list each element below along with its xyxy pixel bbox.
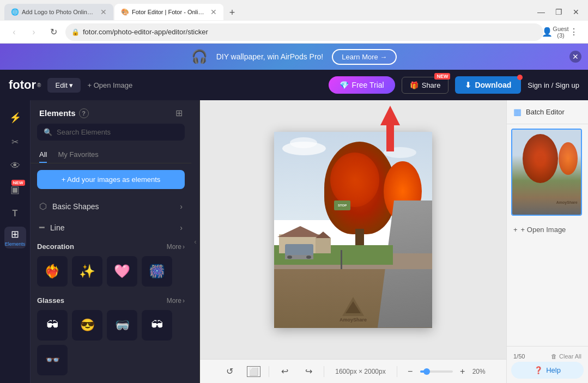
zoom-out-button[interactable]: −: [404, 365, 417, 378]
trash-icon: 🗑: [551, 353, 557, 360]
section-header-glasses: Glasses More ›: [37, 296, 185, 305]
eye-icon: 👁: [10, 160, 20, 172]
free-trial-button[interactable]: 💎 Free Trial: [329, 76, 395, 94]
line-category[interactable]: ━ Line ›: [37, 217, 185, 238]
maximize-button[interactable]: ❐: [551, 4, 566, 20]
tab1-title: Add Logo to Photo Online for...: [22, 9, 95, 15]
deco-item-4[interactable]: 🎆: [142, 256, 172, 287]
clear-all-button[interactable]: 🗑 Clear All: [551, 353, 581, 360]
deco-item-2[interactable]: ✨: [72, 256, 102, 287]
counter-row: 1/50 🗑 Clear All: [511, 351, 584, 362]
address-bar[interactable]: 🔒 fotor.com/photo-editor-app/editor/stic…: [65, 23, 543, 41]
basic-shapes-arrow: ›: [180, 202, 183, 211]
plus-icon: +: [513, 226, 518, 234]
zoom-slider-track[interactable]: [420, 370, 453, 373]
tab1-favicon: 🌐: [11, 8, 19, 16]
main-layout: ⚡ ✂ 👁 ▣ NEW T ⊞ Elements: [0, 100, 588, 383]
open-image-panel-button[interactable]: + + Open Image: [507, 220, 588, 239]
browser-tab-2[interactable]: 🎨 Fotor Editor | Fotor - Online... ✕: [114, 4, 223, 20]
batch-editor-label: Batch Editor: [526, 108, 565, 116]
deco-item-3[interactable]: 🩷: [107, 256, 137, 287]
flip-button[interactable]: ⬜: [245, 363, 262, 380]
zoom-slider-thumb[interactable]: [423, 368, 430, 375]
share-new-badge: NEW: [434, 73, 450, 80]
deco-item-1[interactable]: ❤️‍🔥: [37, 256, 68, 287]
download-button[interactable]: ⬇ Download: [455, 76, 521, 94]
back-button[interactable]: ‹: [7, 25, 22, 40]
search-input[interactable]: [57, 128, 178, 136]
elements-grid-icon: ⊞: [11, 228, 19, 240]
edit-button[interactable]: Edit ▾: [47, 78, 81, 93]
line-arrow: ›: [180, 223, 183, 232]
banner-close-button[interactable]: ✕: [569, 51, 581, 63]
address-url: fotor.com/photo-editor-app/editor/sticke…: [83, 28, 208, 36]
right-panel-bottom: 1/50 🗑 Clear All ❓ Help: [507, 346, 588, 383]
sidebar-item-text[interactable]: T: [4, 203, 26, 224]
app-header: fotor® Edit ▾ + Open Image 💎 Free Trial …: [0, 70, 588, 100]
decoration-title: Decoration: [37, 242, 74, 251]
glasses-item-4[interactable]: 🕶: [142, 310, 172, 341]
arrow-head-icon: [380, 106, 400, 125]
panel-grid-button[interactable]: ⊞: [175, 108, 183, 118]
sidebar-item-crop[interactable]: ✂: [4, 131, 26, 153]
line-icon: ━: [39, 222, 45, 233]
canvas-zoom-control: − + 20%: [404, 365, 486, 378]
add-elements-button[interactable]: + Add your images as elements: [37, 170, 185, 189]
counter-value: 1/50: [513, 353, 525, 360]
thumbnail-container: AmoyShare: [507, 124, 588, 220]
elements-panel: Elements ? ⊞ 🔍 All My Favorites + Add yo…: [31, 100, 191, 383]
zoom-in-button[interactable]: +: [456, 365, 469, 378]
download-arrow: [380, 106, 400, 151]
tab1-close[interactable]: ✕: [100, 8, 107, 16]
sidebar-item-elements[interactable]: ⊞ Elements: [4, 227, 26, 248]
canvas-separator-2: [324, 366, 324, 377]
menu-button[interactable]: ⋮: [566, 25, 581, 40]
sidebar-item-layers[interactable]: ▣ NEW: [4, 179, 26, 200]
profile-button[interactable]: 👤 Guest (3): [548, 25, 563, 40]
glasses-title: Glasses: [37, 296, 64, 305]
category-left: ⬡ Basic Shapes: [39, 201, 99, 211]
minimize-button[interactable]: —: [534, 4, 549, 20]
tab2-favicon: 🎨: [121, 8, 129, 16]
new-tab-button[interactable]: +: [225, 5, 240, 20]
batch-editor-button[interactable]: ▦ Batch Editor: [507, 100, 588, 124]
tab-all[interactable]: All: [39, 147, 47, 163]
more-arrow-icon: ›: [183, 243, 185, 251]
open-image-label: + Open Image: [521, 226, 566, 234]
refresh-button[interactable]: ↻: [46, 25, 61, 40]
glasses-more-button[interactable]: More ›: [167, 297, 185, 305]
browser-tab-1[interactable]: 🌐 Add Logo to Photo Online for... ✕: [4, 4, 113, 20]
browser-chrome: 🌐 Add Logo to Photo Online for... ✕ 🎨 Fo…: [0, 0, 588, 44]
search-icon: 🔍: [44, 128, 52, 136]
banner-text: DIY wallpaper, win AirPods Pro!: [216, 52, 324, 61]
panel-help-icon[interactable]: ?: [79, 108, 89, 118]
redo-button[interactable]: ↪: [300, 363, 317, 380]
tab-favorites[interactable]: My Favorites: [58, 147, 98, 163]
share-button[interactable]: 🎁 Share NEW: [402, 77, 449, 94]
forward-button[interactable]: ›: [26, 25, 41, 40]
collapse-handle[interactable]: ‹: [191, 100, 200, 383]
glasses-items: 🕶 😎 🥽 🕶 👓: [37, 310, 185, 375]
glasses-item-1[interactable]: 🕶: [37, 310, 68, 341]
basic-shapes-category[interactable]: ⬡ Basic Shapes ›: [37, 196, 185, 217]
help-button[interactable]: ❓ Help: [511, 362, 584, 379]
glasses-item-2[interactable]: 😎: [72, 310, 102, 341]
help-circle-icon: ❓: [534, 366, 543, 374]
canvas-dimensions: 1600px × 2000px: [331, 368, 390, 375]
decoration-more-button[interactable]: More ›: [167, 243, 185, 251]
banner-cta-button[interactable]: Learn More →: [332, 49, 397, 65]
canvas-container: STOP AmoyShare: [200, 100, 506, 359]
glasses-item-3[interactable]: 🥽: [107, 310, 137, 341]
undo-button[interactable]: ↩: [276, 363, 293, 380]
batch-editor-icon: ▦: [513, 107, 522, 117]
sidebar-item-adjust[interactable]: ⚡: [4, 107, 26, 129]
right-panel: ▦ Batch Editor AmoyShare + + Open Image: [506, 100, 588, 383]
signin-button[interactable]: Sign in / Sign up: [528, 81, 579, 89]
sidebar-item-eye[interactable]: 👁: [4, 155, 26, 177]
open-image-button[interactable]: + Open Image: [87, 81, 132, 89]
basic-shapes-icon: ⬡: [39, 201, 47, 211]
rotate-button[interactable]: ↺: [221, 363, 238, 380]
glasses-item-5[interactable]: 👓: [37, 345, 68, 375]
close-button[interactable]: ✕: [568, 4, 584, 20]
tab2-close[interactable]: ✕: [210, 8, 217, 16]
